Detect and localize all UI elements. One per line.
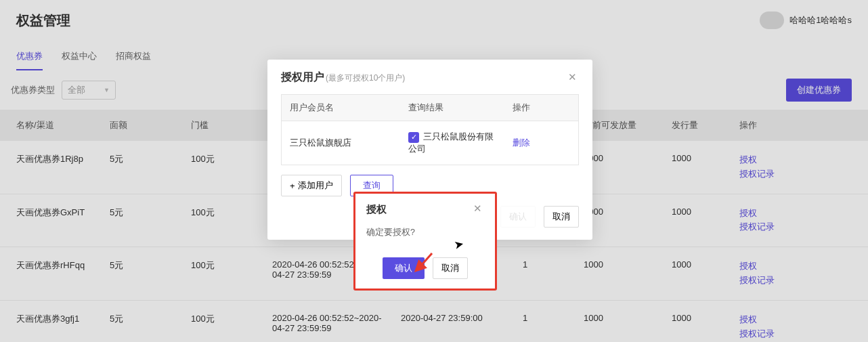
col-issued: 发行量	[664, 110, 731, 141]
col-amount: 面额	[102, 110, 183, 141]
tab-rights-center[interactable]: 权益中心	[62, 50, 97, 70]
col-threshold: 门槛	[183, 110, 264, 141]
confirm-ok-button[interactable]: 确认	[383, 257, 425, 279]
authorize-link[interactable]: 授权	[739, 259, 860, 274]
ucol-op: 操作	[504, 95, 579, 121]
tab-coupon[interactable]: 优惠券	[16, 50, 43, 70]
col-name: 名称/渠道	[0, 110, 102, 141]
coupon-type-select[interactable]: 全部 ▼	[62, 81, 116, 100]
page-header: 权益管理 哈哈哈1哈哈哈s	[0, 0, 868, 41]
authorize-link[interactable]: 授权	[739, 207, 860, 221]
chevron-down-icon: ▼	[104, 87, 110, 93]
authorize-log-link[interactable]: 授权记录	[739, 327, 860, 341]
user-row: 三只松鼠旗舰店 ✓三只松鼠股份有限公司 删除	[282, 121, 579, 165]
checkbox-checked-icon[interactable]: ✓	[408, 132, 419, 143]
user-display-name[interactable]: 哈哈哈1哈哈哈s	[789, 14, 852, 26]
delete-link[interactable]: 删除	[513, 137, 530, 148]
modal-subtitle: (最多可授权10个用户)	[326, 72, 405, 84]
modal-ok-button-obscured[interactable]: 确认	[500, 206, 536, 228]
authorize-link[interactable]: 授权	[739, 313, 860, 327]
ucol-member: 用户会员名	[282, 95, 401, 121]
authorize-log-link[interactable]: 授权记录	[739, 274, 860, 288]
select-value: 全部	[68, 84, 85, 96]
add-user-button[interactable]: +添加用户	[281, 175, 342, 196]
modal-title: 授权用户	[281, 70, 324, 85]
close-icon[interactable]: ✕	[568, 72, 579, 83]
confirm-cancel-button[interactable]: 取消	[433, 257, 468, 279]
col-ops: 操作	[731, 110, 868, 141]
user-result-cell: ✓三只松鼠股份有限公司	[400, 121, 504, 165]
modal-cancel-button[interactable]: 取消	[544, 206, 579, 228]
close-icon[interactable]: ✕	[473, 203, 484, 214]
tab-merchant-rights[interactable]: 招商权益	[116, 50, 151, 70]
authorize-link[interactable]: 授权	[739, 153, 860, 167]
user-member-cell: 三只松鼠旗舰店	[282, 121, 401, 165]
authorize-log-link[interactable]: 授权记录	[739, 220, 860, 234]
page-title: 权益管理	[16, 12, 70, 30]
plus-icon: +	[290, 181, 295, 191]
authorize-log-link[interactable]: 授权记录	[739, 167, 860, 181]
confirm-message: 确定要授权?	[366, 227, 484, 238]
confirm-dialog: 授权 ✕ 确定要授权? 确认 取消	[353, 192, 497, 291]
ucol-result: 查询结果	[400, 95, 504, 121]
create-coupon-button[interactable]: 创建优惠券	[786, 79, 852, 102]
user-table: 用户会员名 查询结果 操作 三只松鼠旗舰店 ✓三只松鼠股份有限公司 删除	[281, 94, 579, 165]
confirm-title: 授权	[366, 203, 387, 216]
avatar[interactable]	[760, 12, 784, 29]
table-row: 天画优惠券3gfj15元100元2020-04-26 00:52:52~2020…	[0, 300, 868, 342]
filter-label: 优惠券类型	[11, 84, 55, 96]
